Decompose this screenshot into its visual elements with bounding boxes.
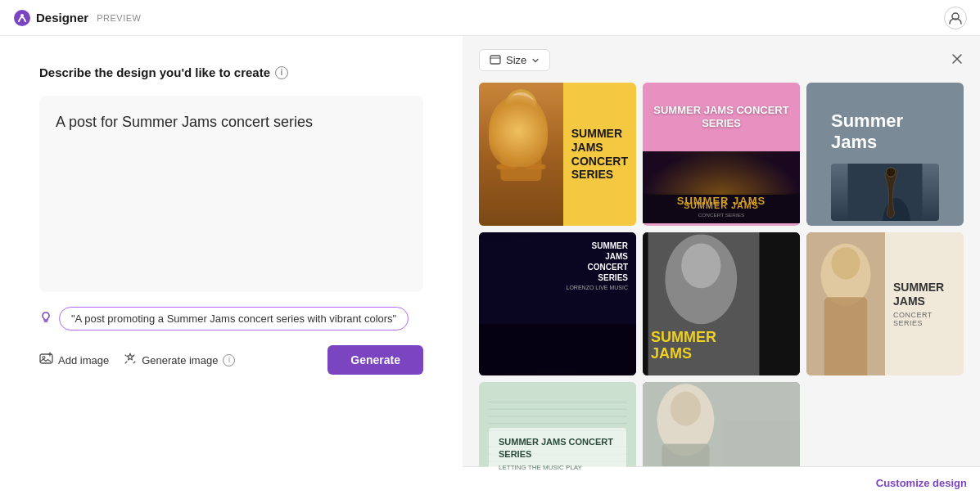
generate-image-label: Generate image (142, 354, 218, 366)
size-label: Size (506, 54, 526, 66)
generate-image-icon (124, 352, 137, 368)
svg-point-19 (886, 168, 895, 177)
svg-rect-5 (490, 56, 500, 64)
prompt-area[interactable]: A post for Summer Jams concert series (39, 96, 423, 292)
svg-point-13 (652, 151, 792, 202)
add-image-label: Add image (58, 354, 109, 366)
prompt-text: A post for Summer Jams concert series (56, 112, 407, 133)
card-7-title: SUMMER JAMS CONCERT SERIES (499, 436, 616, 461)
right-panel: Size (463, 36, 980, 499)
svg-text:SUMMER JAMS: SUMMER JAMS (684, 201, 759, 210)
panel-title: Describe the design you'd like to create… (39, 65, 423, 79)
card-6-sub: CONCERT SERIES (893, 311, 955, 327)
card-3-title: Summer Jams (831, 110, 939, 154)
card-5-title: SUMMERJAMS (651, 330, 716, 362)
size-icon (490, 55, 501, 66)
svg-point-33 (832, 247, 860, 279)
main-content: Describe the design you'd like to create… (0, 36, 980, 499)
svg-rect-34 (824, 297, 867, 375)
add-image-icon (39, 352, 53, 369)
gallery-card-6[interactable]: SUMMER JAMS CONCERT SERIES (806, 232, 964, 375)
generate-image-info-icon[interactable]: i (223, 354, 235, 366)
svg-rect-30 (643, 232, 648, 375)
card-4-title: SUMMERJAMSCONCERTSERIES (567, 241, 628, 283)
app-logo: Designer (13, 9, 88, 27)
svg-point-8 (506, 92, 535, 122)
svg-point-4 (43, 356, 45, 358)
svg-rect-11 (525, 164, 545, 169)
action-row: Add image Generate image i Generate (39, 345, 423, 375)
svg-rect-7 (500, 124, 541, 181)
panel-title-text: Describe the design you'd like to create (39, 65, 270, 79)
gallery-card-1[interactable]: SUMMER JAMS CONCERT SERIES (479, 83, 636, 226)
preview-label: PREVIEW (97, 13, 141, 23)
card-7-sub: LETTING THE MUSIC PLAY (499, 464, 616, 471)
left-panel: Describe the design you'd like to create… (0, 36, 463, 499)
card-2-title: SUMMER JAMS CONCERT SERIES (651, 104, 792, 129)
svg-point-28 (681, 243, 720, 288)
suggestion-bulb-icon (39, 311, 52, 327)
card-1-title: SUMMER JAMS CONCERT SERIES (571, 127, 628, 182)
gallery-card-4[interactable]: SUMMERJAMSCONCERTSERIES LORENZO LIVE MUS… (479, 232, 636, 375)
designer-logo-icon (13, 9, 31, 27)
suggestion-row: "A post promoting a Summer Jams concert … (39, 307, 423, 330)
panel-info-icon[interactable]: i (275, 66, 288, 79)
gallery-grid: SUMMER JAMS CONCERT SERIES SUMMER JAMS C… (479, 83, 964, 499)
chevron-down-icon (531, 56, 540, 65)
gallery-card-2[interactable]: SUMMER JAMS CONCERT SERIES (643, 83, 800, 226)
close-button[interactable] (951, 52, 964, 69)
card-6-title: SUMMER JAMS (893, 281, 955, 308)
action-left: Add image Generate image i (39, 352, 235, 369)
suggestion-chip[interactable]: "A post promoting a Summer Jams concert … (59, 307, 409, 330)
app-title: Designer (36, 11, 88, 25)
add-image-button[interactable]: Add image (39, 352, 109, 369)
svg-text:CONCERT SERIES: CONCERT SERIES (698, 212, 744, 218)
size-button[interactable]: Size (479, 49, 550, 71)
svg-point-53 (671, 392, 701, 426)
top-nav: Designer PREVIEW (0, 0, 980, 36)
svg-rect-29 (760, 232, 800, 375)
nav-left: Designer PREVIEW (13, 9, 141, 27)
user-avatar[interactable] (944, 7, 967, 29)
gallery-card-5[interactable]: SUMMERJAMS (643, 232, 800, 375)
card-1-image (479, 83, 563, 226)
svg-point-6 (504, 89, 537, 125)
svg-point-1 (20, 14, 24, 17)
svg-rect-10 (496, 164, 517, 169)
generate-image-button[interactable]: Generate image i (124, 352, 235, 368)
gallery-card-3[interactable]: Summer Jams Concert Series IDEAS FOR LIV… (806, 83, 964, 226)
card-4-sub: LORENZO LIVE MUSIC (567, 285, 628, 290)
card-2-bottom: SUMMER JAMS CONCERT SERIES (643, 151, 800, 223)
gallery-card-7[interactable]: SUMMER JAMS CONCERT SERIES LETTING THE M… (479, 382, 636, 499)
card-1-text: SUMMER JAMS CONCERT SERIES (563, 83, 636, 226)
right-header: Size (479, 49, 964, 71)
generate-button[interactable]: Generate (327, 345, 423, 375)
customize-design-button[interactable]: Customize design (876, 477, 967, 489)
svg-rect-9 (504, 122, 537, 128)
